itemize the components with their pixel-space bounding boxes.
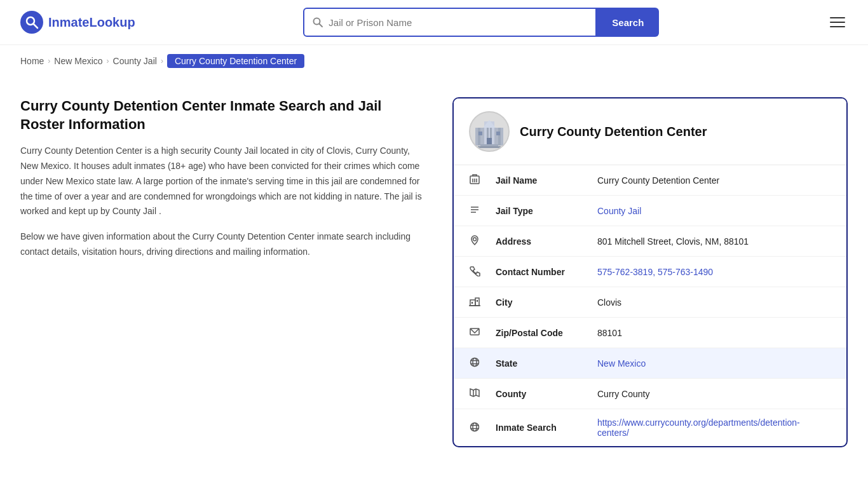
globe-icon (454, 348, 480, 379)
info-value-jail-name: Curry County Detention Center (597, 175, 719, 186)
menu-button[interactable] (827, 15, 848, 30)
info-link-jail-type[interactable]: County Jail (597, 206, 641, 216)
svg-point-37 (471, 423, 479, 431)
info-value-cell-jail-type[interactable]: County Jail (582, 196, 846, 226)
search-button[interactable]: Search (597, 8, 659, 37)
info-label-jail-type: Jail Type (480, 196, 582, 226)
facility-name: Curry County Detention Center (520, 125, 707, 139)
info-value-cell-city: Clovis (582, 287, 846, 318)
info-label-city: City (480, 287, 582, 318)
page-description-2: Below we have given information about th… (20, 229, 427, 260)
breadcrumb-sep: › (107, 57, 109, 65)
svg-point-23 (473, 238, 477, 241)
hamburger-line (830, 26, 845, 27)
left-panel: Curry County Detention Center Inmate Sea… (20, 97, 427, 447)
table-row: Contact Number 575-762-3819, 575-763-149… (454, 257, 846, 287)
logo-icon (20, 11, 43, 34)
svg-rect-12 (478, 132, 482, 135)
svg-line-3 (320, 24, 323, 27)
svg-point-31 (473, 358, 477, 367)
main-content: Curry County Detention Center Inmate Sea… (0, 77, 868, 478)
table-row: Inmate Search https://www.currycounty.or… (454, 409, 846, 447)
info-label-inmate-search: Inmate Search (480, 409, 582, 447)
table-row: County Curry County (454, 379, 846, 409)
svg-point-30 (471, 358, 479, 367)
phone-icon (454, 257, 480, 287)
info-value-city: Clovis (597, 297, 621, 308)
breadcrumb-home[interactable]: Home (20, 56, 44, 66)
city-icon (454, 287, 480, 318)
info-card: Curry County Detention Center Jail Name … (452, 97, 848, 447)
search-input[interactable] (329, 17, 588, 28)
svg-marker-34 (470, 389, 479, 396)
search-icon (312, 17, 323, 28)
info-value-county: Curry County (597, 389, 649, 399)
info-label-jail-name: Jail Name (480, 165, 582, 196)
table-row: Address 801 Mitchell Street, Clovis, NM,… (454, 226, 846, 257)
breadcrumb-current: Curry County Detention Center (167, 54, 304, 68)
svg-rect-13 (496, 132, 500, 135)
info-label-state: State (480, 348, 582, 379)
facility-image (473, 115, 506, 148)
table-row: State New Mexico (454, 348, 846, 379)
info-value-cell-contact[interactable]: 575-762-3819, 575-763-1490 (582, 257, 846, 287)
breadcrumb: Home › New Mexico › County Jail › Curry … (0, 45, 868, 77)
info-card-header: Curry County Detention Center (454, 98, 846, 165)
info-link-inmate-search[interactable]: https://www.currycounty.org/departments/… (597, 417, 800, 438)
info-value-cell-state[interactable]: New Mexico (582, 348, 846, 379)
facility-avatar (469, 111, 510, 152)
info-value-cell-zip: 88101 (582, 318, 846, 348)
svg-rect-27 (471, 302, 473, 304)
info-link-state[interactable]: New Mexico (597, 358, 646, 369)
search-wrapper (303, 8, 597, 37)
breadcrumb-state[interactable]: New Mexico (54, 56, 102, 66)
info-value-cell-address: 801 Mitchell Street, Clovis, NM, 88101 (582, 226, 846, 257)
info-link-contact[interactable]: 575-762-3819, 575-763-1490 (597, 267, 713, 277)
logo-link[interactable]: InmateLookup (20, 11, 135, 34)
page-title: Curry County Detention Center Inmate Sea… (20, 97, 427, 133)
hamburger-line (830, 17, 845, 18)
svg-line-1 (34, 24, 37, 28)
table-row: City Clovis (454, 287, 846, 318)
list-icon (454, 196, 480, 226)
table-row: Zip/Postal Code 88101 (454, 318, 846, 348)
svg-rect-7 (498, 128, 501, 146)
breadcrumb-sep: › (161, 57, 163, 65)
svg-rect-28 (477, 300, 478, 302)
info-value-cell-jail-name: Curry County Detention Center (582, 165, 846, 196)
breadcrumb-sep: › (48, 57, 50, 65)
logo-text: InmateLookup (48, 15, 135, 30)
info-label-contact: Contact Number (480, 257, 582, 287)
table-row: Jail Name Curry County Detention Center (454, 165, 846, 196)
info-label-address: Address (480, 226, 582, 257)
search-area: Search (303, 8, 659, 37)
svg-rect-6 (478, 128, 480, 146)
table-row: Jail Type County Jail (454, 196, 846, 226)
info-label-county: County (480, 379, 582, 409)
info-table: Jail Name Curry County Detention Center … (454, 165, 846, 446)
right-panel: Curry County Detention Center Jail Name … (452, 97, 848, 447)
info-value-address: 801 Mitchell Street, Clovis, NM, 88101 (597, 236, 749, 247)
location-icon (454, 226, 480, 257)
map-icon (454, 379, 480, 409)
globe2-icon (454, 409, 480, 447)
mail-icon (454, 318, 480, 348)
svg-rect-14 (480, 144, 498, 146)
info-value-zip: 88101 (597, 328, 622, 338)
page-description-1: Curry County Detention Center is a high … (20, 144, 427, 219)
info-label-zip: Zip/Postal Code (480, 318, 582, 348)
jail-icon (454, 165, 480, 196)
hamburger-line (830, 22, 845, 23)
info-value-cell-county: Curry County (582, 379, 846, 409)
svg-rect-15 (478, 146, 501, 148)
svg-point-38 (473, 423, 477, 431)
site-header: InmateLookup Search (0, 0, 868, 45)
breadcrumb-type[interactable]: County Jail (113, 56, 157, 66)
info-value-cell-inmate-search[interactable]: https://www.currycounty.org/departments/… (582, 409, 846, 447)
